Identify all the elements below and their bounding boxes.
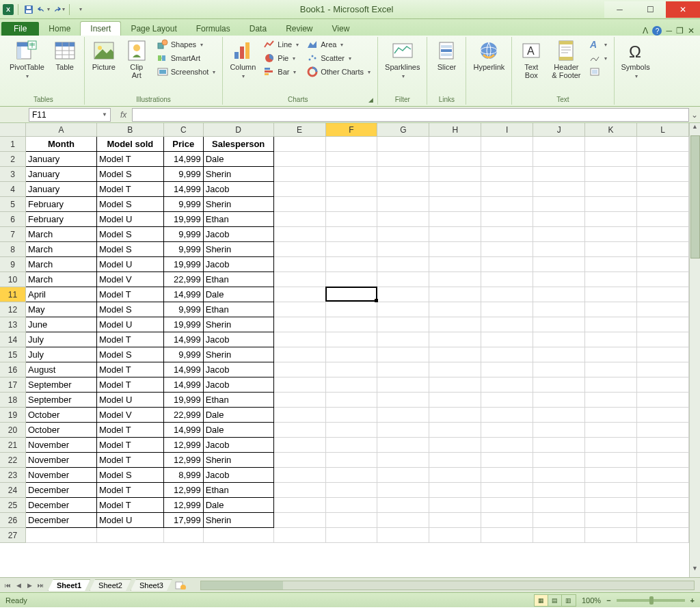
cell[interactable] (637, 423, 689, 438)
cell[interactable] (637, 393, 689, 408)
row-header[interactable]: 21 (0, 438, 26, 453)
cell[interactable]: Model T (97, 498, 164, 513)
cell[interactable]: 12,999 (164, 483, 204, 498)
row-header[interactable]: 10 (0, 272, 26, 287)
cell[interactable]: 19,999 (164, 257, 204, 272)
sheet-tab[interactable]: Sheet3 (131, 579, 172, 591)
row-header[interactable]: 9 (0, 257, 26, 272)
cell[interactable]: Dale (204, 408, 274, 423)
cell[interactable] (326, 408, 378, 423)
cell[interactable]: October (26, 423, 97, 438)
zoom-slider[interactable] (617, 599, 685, 602)
cell[interactable] (637, 167, 689, 182)
cell[interactable] (377, 423, 429, 438)
cell[interactable]: January (26, 152, 97, 167)
cell[interactable] (326, 453, 378, 468)
cell[interactable] (533, 377, 585, 393)
cell[interactable] (585, 257, 637, 272)
tab-insert[interactable]: Insert (80, 21, 121, 36)
cell[interactable] (377, 317, 429, 332)
cell[interactable] (481, 423, 533, 438)
cell[interactable] (274, 513, 326, 528)
cell[interactable] (533, 468, 585, 483)
cell[interactable] (481, 152, 533, 167)
cell[interactable]: March (26, 242, 97, 257)
sheet-nav-first-icon[interactable]: ⏮ (3, 581, 12, 590)
column-header[interactable]: F (326, 123, 378, 137)
cell[interactable] (533, 227, 585, 242)
scatter-chart-button[interactable]: Scatter▾ (304, 52, 373, 64)
cell[interactable]: September (26, 393, 97, 408)
cell[interactable] (326, 393, 378, 408)
cell[interactable] (377, 287, 429, 302)
cell[interactable] (164, 528, 204, 543)
cell[interactable] (429, 257, 481, 272)
cell[interactable] (585, 332, 637, 347)
cell[interactable]: 19,999 (164, 212, 204, 227)
cell[interactable] (533, 257, 585, 272)
cell[interactable] (274, 137, 326, 152)
cell[interactable] (481, 302, 533, 317)
cell[interactable] (377, 498, 429, 513)
vertical-scrollbar[interactable]: ▲ ▼ (689, 123, 700, 577)
column-header[interactable]: G (377, 123, 429, 137)
cell[interactable] (533, 393, 585, 408)
object-button[interactable] (587, 66, 610, 78)
cell[interactable]: Model T (97, 483, 164, 498)
cell[interactable] (481, 393, 533, 408)
cell[interactable]: 22,999 (164, 408, 204, 423)
cell[interactable]: Model T (97, 287, 164, 302)
cell[interactable] (585, 438, 637, 453)
cell[interactable]: Model S (97, 302, 164, 317)
row-header[interactable]: 22 (0, 453, 26, 468)
cell[interactable]: Model S (97, 347, 164, 362)
cell[interactable]: 9,999 (164, 167, 204, 182)
cell[interactable]: Model T (97, 182, 164, 197)
cell[interactable] (637, 152, 689, 167)
cell[interactable] (377, 302, 429, 317)
row-header[interactable]: 25 (0, 498, 26, 513)
cell[interactable] (533, 483, 585, 498)
cell[interactable]: February (26, 212, 97, 227)
cell[interactable]: Sherin (204, 347, 274, 362)
cell[interactable] (326, 212, 378, 227)
cell[interactable]: Model U (97, 257, 164, 272)
cell[interactable] (326, 423, 378, 438)
charts-launcher-icon[interactable]: ◢ (368, 96, 373, 103)
cell[interactable] (429, 332, 481, 347)
cell[interactable]: Model T (97, 423, 164, 438)
cell[interactable]: January (26, 167, 97, 182)
cell[interactable] (533, 438, 585, 453)
cell[interactable] (274, 212, 326, 227)
cell[interactable] (377, 167, 429, 182)
cell[interactable]: 9,999 (164, 227, 204, 242)
cell[interactable] (429, 468, 481, 483)
cell[interactable] (637, 137, 689, 152)
cell[interactable] (377, 272, 429, 287)
cell[interactable] (429, 272, 481, 287)
tab-page-layout[interactable]: Page Layout (121, 22, 186, 36)
tab-file[interactable]: File (1, 22, 39, 36)
sparklines-button[interactable]: Sparklines▾ (382, 38, 422, 81)
cell[interactable] (429, 438, 481, 453)
cell[interactable]: Model S (97, 197, 164, 212)
row-header[interactable]: 27 (0, 528, 26, 543)
cell[interactable] (429, 227, 481, 242)
clipart-button[interactable]: Clip Art (122, 38, 152, 81)
cell[interactable] (429, 287, 481, 302)
row-header[interactable]: 1 (0, 137, 26, 152)
cell[interactable]: Model sold (97, 137, 164, 152)
cell[interactable]: 14,999 (164, 362, 204, 377)
cell[interactable] (533, 302, 585, 317)
cell[interactable]: Model T (97, 332, 164, 347)
other-charts-button[interactable]: Other Charts▾ (304, 66, 373, 78)
cell[interactable]: Sherin (204, 167, 274, 182)
row-header[interactable]: 7 (0, 227, 26, 242)
cell[interactable] (429, 453, 481, 468)
cell[interactable] (481, 438, 533, 453)
cell[interactable]: Jacob (204, 227, 274, 242)
cell[interactable] (326, 182, 378, 197)
cell[interactable] (533, 453, 585, 468)
cell[interactable] (481, 167, 533, 182)
cell[interactable] (637, 242, 689, 257)
